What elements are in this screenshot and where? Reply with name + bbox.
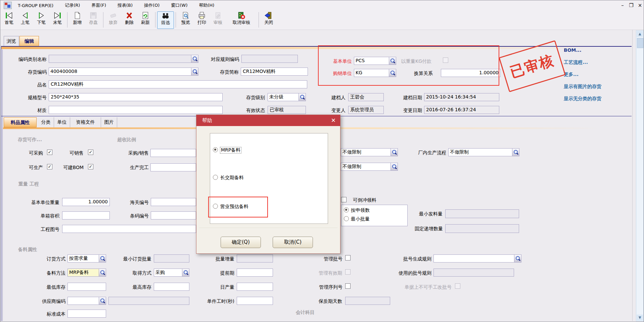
prev-record-button[interactable]: 上笔 — [17, 11, 33, 28]
base-unit-field[interactable]: PCS — [354, 57, 396, 65]
factory-flow-field[interactable]: 不做限制 — [448, 148, 519, 156]
process-flow-link[interactable]: 工艺流程... — [564, 59, 588, 66]
mrp-stock-label[interactable]: MRP备料 — [220, 147, 241, 153]
lookup-icon[interactable] — [389, 57, 396, 65]
batch-rule-field[interactable] — [433, 254, 521, 263]
long-leadtime-label[interactable]: 长交期备料 — [220, 175, 244, 181]
limit-field-1[interactable]: 不做限制 — [341, 148, 398, 156]
tab-image[interactable]: 图片 — [101, 117, 117, 127]
tab-unit[interactable]: 单位 — [54, 117, 70, 127]
show-unclassified-link[interactable]: 显示无分类的存货 — [564, 96, 601, 102]
menu-record[interactable]: 记录(R) — [63, 2, 81, 9]
prep-method-field[interactable]: MRP备料 — [67, 269, 106, 277]
cancel-button[interactable]: 取消(C) — [273, 237, 313, 248]
spec-field[interactable]: 250*240*35 — [49, 93, 223, 101]
order-mode-field[interactable]: 按需求量 — [67, 254, 106, 263]
next-record-button[interactable]: 下笔 — [33, 11, 49, 28]
supplier-field[interactable] — [67, 297, 106, 305]
bom-allowed-checkbox[interactable] — [88, 164, 93, 169]
rule-code-field[interactable] — [241, 55, 298, 63]
tab-edit[interactable]: 编辑 — [19, 36, 39, 46]
acquire-field[interactable]: 采购 — [154, 269, 189, 277]
product-name-field[interactable]: CR12MOV精料 — [49, 80, 307, 88]
std-cost-field[interactable] — [67, 310, 106, 318]
tab-browse[interactable]: 浏览 — [4, 36, 19, 46]
menu-tgroup-erp[interactable]: T-GROUP ERP(E) — [16, 2, 55, 9]
purchase-sale-field[interactable] — [150, 149, 196, 157]
sales-forecast-radio[interactable] — [213, 204, 218, 209]
close-window-button[interactable]: × — [636, 2, 644, 8]
item-code-field[interactable]: 400400008 — [49, 68, 198, 76]
ok-button[interactable]: 确定(Q) — [221, 237, 261, 248]
material-field[interactable] — [49, 106, 223, 114]
lookup-icon[interactable] — [191, 55, 198, 63]
backflush-checkbox[interactable] — [341, 197, 347, 202]
dialog-close-icon[interactable]: ✕ — [331, 117, 336, 124]
minimize-button[interactable]: – — [618, 2, 627, 8]
mrp-stock-radio[interactable] — [213, 147, 218, 152]
menu-report[interactable]: 报表(B) — [116, 2, 134, 9]
sellable-checkbox[interactable] — [88, 150, 93, 155]
lookup-icon[interactable] — [390, 149, 398, 156]
tab-qualification[interactable]: 资格文件 — [70, 117, 101, 127]
daily-output-field[interactable] — [237, 283, 273, 291]
unit-hours-field[interactable] — [237, 297, 273, 305]
refresh-button[interactable]: 刷新 — [137, 11, 153, 28]
base-unit-weight-field[interactable]: 1.00000 — [62, 198, 110, 206]
box-volume-field[interactable] — [62, 211, 110, 219]
scroll-down-icon[interactable]: ▼ — [637, 315, 643, 321]
print-button[interactable]: 打印 — [194, 11, 210, 28]
scrollbar-thumb[interactable] — [637, 38, 643, 48]
min-stock-field[interactable] — [67, 283, 106, 291]
bom-link[interactable]: BOM... — [564, 47, 581, 53]
max-stock-field[interactable] — [154, 283, 189, 291]
long-leadtime-radio[interactable] — [213, 175, 218, 180]
menu-operation[interactable]: 操作(O) — [143, 2, 161, 9]
filter-button[interactable]: 筛选 — [157, 11, 174, 29]
scroll-up-icon[interactable]: ▲ — [637, 31, 643, 37]
lookup-icon[interactable] — [514, 255, 521, 262]
show-with-image-link[interactable]: 显示有图片的存货 — [564, 84, 601, 90]
delete-button[interactable]: 删除 — [121, 11, 137, 28]
lookup-icon[interactable] — [389, 69, 396, 77]
item-level-field[interactable]: 未分级 — [268, 93, 306, 101]
lookup-icon[interactable] — [182, 269, 189, 276]
coding-category-field[interactable] — [49, 55, 198, 63]
lookup-icon[interactable] — [99, 255, 106, 262]
new-button[interactable]: 新增 — [69, 11, 85, 28]
restore-button[interactable]: ❐ — [627, 2, 636, 8]
menu-window[interactable]: 窗口(W) — [170, 2, 189, 9]
trade-unit-field[interactable]: KG — [354, 69, 396, 77]
item-abbr-field[interactable]: CR12MOV精料 — [241, 68, 308, 76]
menu-help[interactable]: 帮助(H) — [197, 2, 216, 9]
min-batch-radio[interactable] — [344, 216, 349, 221]
purchasable-checkbox[interactable] — [47, 150, 52, 155]
tab-classification[interactable]: 分类 — [38, 117, 54, 127]
limit-field-2[interactable]: 不做限制 — [341, 163, 398, 171]
cancel-approve-button[interactable]: 取消审核 — [226, 11, 257, 28]
lookup-icon[interactable] — [99, 297, 106, 305]
barcode-field[interactable] — [151, 211, 196, 219]
lead-time-field[interactable] — [237, 269, 273, 277]
lookup-icon[interactable] — [99, 269, 106, 276]
producible-checkbox[interactable] — [47, 164, 52, 169]
menu-interface[interactable]: 界面(F) — [90, 2, 107, 9]
conversion-field[interactable]: 1.00000 — [441, 69, 501, 77]
more-link[interactable]: 更多... — [564, 72, 579, 78]
last-record-button[interactable]: 末笔 — [49, 11, 65, 28]
preview-button[interactable]: 预览 — [178, 11, 194, 28]
sales-forecast-label[interactable]: 营业预估备料 — [220, 204, 248, 210]
lookup-icon[interactable] — [390, 163, 398, 170]
by-request-radio[interactable] — [344, 207, 349, 212]
lookup-icon[interactable] — [191, 68, 198, 75]
customs-code-field[interactable] — [151, 198, 196, 206]
manage-serial-checkbox[interactable] — [345, 283, 351, 289]
first-record-button[interactable]: 首笔 — [1, 11, 17, 28]
manage-batch-checkbox[interactable] — [345, 255, 351, 260]
production-finish-field[interactable] — [150, 163, 196, 171]
lookup-icon[interactable] — [512, 149, 519, 156]
vertical-scrollbar[interactable]: ▲ ▼ — [636, 30, 644, 321]
close-button[interactable]: 关闭 — [261, 11, 277, 28]
lookup-icon[interactable] — [298, 93, 306, 101]
drawing-no-field[interactable] — [62, 225, 196, 233]
